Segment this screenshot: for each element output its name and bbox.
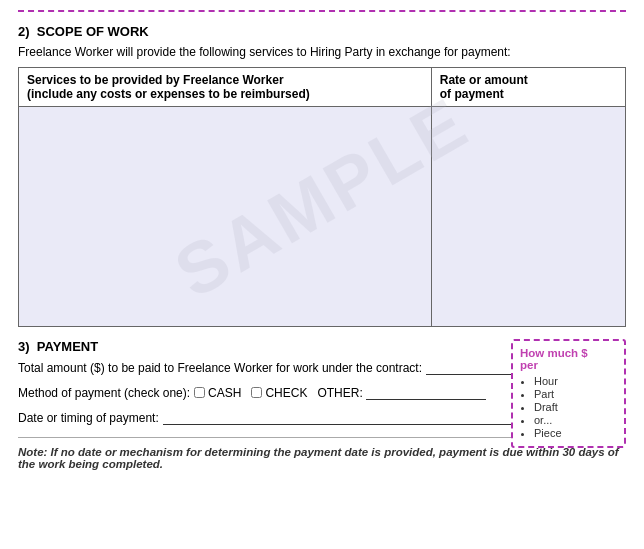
check-label: CHECK bbox=[265, 386, 307, 400]
other-option: OTHER: bbox=[317, 385, 485, 400]
date-label: Date or timing of payment: bbox=[18, 411, 159, 425]
page-container: 2) SCOPE OF WORK Freelance Worker will p… bbox=[0, 0, 644, 480]
payment-section: How much $per Hour Part Draft or... Piec… bbox=[18, 339, 626, 470]
note-bold: Note: bbox=[18, 446, 47, 458]
callout-item-piece: Piece bbox=[534, 427, 617, 439]
scope-title: 2) SCOPE OF WORK bbox=[18, 24, 626, 39]
scope-table-wrapper: SAMPLE Services to be provided by Freela… bbox=[18, 67, 626, 327]
scope-col2-cell bbox=[431, 107, 625, 327]
check-checkbox[interactable] bbox=[251, 387, 262, 398]
check-option[interactable]: CHECK bbox=[251, 386, 307, 400]
scope-col2-header: Rate or amountof payment bbox=[431, 68, 625, 107]
other-input[interactable] bbox=[366, 385, 486, 400]
callout-title: How much $per bbox=[520, 347, 617, 371]
scope-intro: Freelance Worker will provide the follow… bbox=[18, 45, 626, 59]
method-label: Method of payment (check one): bbox=[18, 386, 190, 400]
scope-section: 2) SCOPE OF WORK Freelance Worker will p… bbox=[18, 24, 626, 327]
cash-checkbox[interactable] bbox=[194, 387, 205, 398]
scope-section-border bbox=[18, 10, 626, 16]
scope-col1-cell bbox=[19, 107, 432, 327]
scope-title-text: SCOPE OF WORK bbox=[37, 24, 149, 39]
callout-list: Hour Part Draft or... Piece bbox=[520, 375, 617, 439]
scope-table: Services to be provided by Freelance Wor… bbox=[18, 67, 626, 327]
scope-number: 2) bbox=[18, 24, 30, 39]
payment-title-text: PAYMENT bbox=[37, 339, 98, 354]
payment-options: CASH CHECK OTHER: bbox=[194, 385, 486, 400]
callout-item-or: or... bbox=[534, 414, 617, 426]
cash-option[interactable]: CASH bbox=[194, 386, 241, 400]
callout-item-part: Part bbox=[534, 388, 617, 400]
note-body: If no date or mechanism for determining … bbox=[18, 446, 619, 470]
callout-item-hour: Hour bbox=[534, 375, 617, 387]
total-label: Total amount ($) to be paid to Freelance… bbox=[18, 361, 422, 375]
cash-label: CASH bbox=[208, 386, 241, 400]
callout-box: How much $per Hour Part Draft or... Piec… bbox=[511, 339, 626, 448]
payment-number: 3) bbox=[18, 339, 30, 354]
other-label: OTHER: bbox=[317, 386, 362, 400]
scope-col1-header: Services to be provided by Freelance Wor… bbox=[19, 68, 432, 107]
callout-item-draft: Draft bbox=[534, 401, 617, 413]
